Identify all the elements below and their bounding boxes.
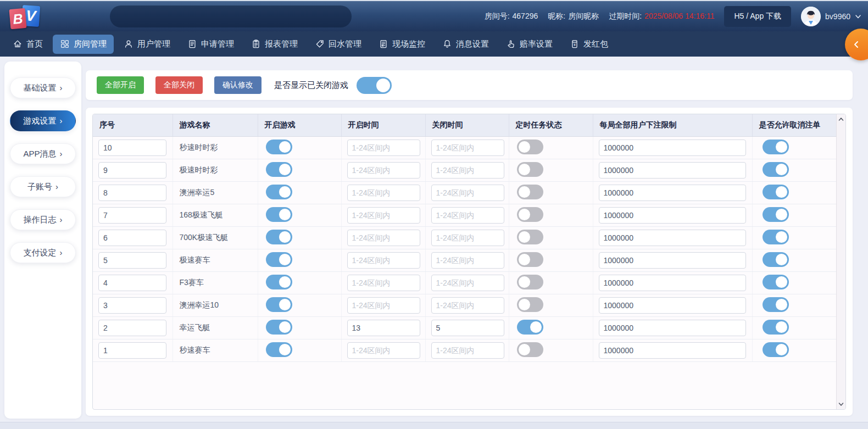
switch-knob bbox=[776, 344, 787, 355]
seq-input[interactable] bbox=[98, 207, 166, 224]
bet-limit-input[interactable] bbox=[599, 140, 746, 156]
open-time-input[interactable] bbox=[347, 230, 420, 246]
close-time-input[interactable] bbox=[431, 275, 504, 291]
sidebar-item-game-settings[interactable]: 游戏设置 › bbox=[10, 110, 76, 131]
scroll-down-icon[interactable] bbox=[838, 402, 844, 407]
open-time-input[interactable] bbox=[347, 207, 420, 224]
open-time-input[interactable] bbox=[347, 320, 420, 336]
open-time-input[interactable] bbox=[347, 297, 420, 314]
allow-cancel-switch[interactable] bbox=[763, 140, 789, 154]
open-all-button[interactable]: 全部开启 bbox=[97, 76, 144, 94]
close-time-input[interactable] bbox=[431, 297, 504, 314]
allow-cancel-switch[interactable] bbox=[763, 252, 789, 267]
bet-limit-input[interactable] bbox=[599, 275, 746, 291]
close-time-input[interactable] bbox=[431, 185, 504, 201]
game-name: 澳洲幸运5 bbox=[180, 188, 215, 197]
table-scrollbar[interactable] bbox=[836, 114, 845, 409]
seq-input[interactable] bbox=[98, 140, 166, 156]
open-game-switch[interactable] bbox=[266, 275, 292, 289]
open-game-switch[interactable] bbox=[266, 297, 292, 312]
seq-input[interactable] bbox=[98, 275, 166, 291]
bet-limit-input[interactable] bbox=[599, 207, 746, 224]
open-time-input[interactable] bbox=[347, 140, 420, 156]
open-game-switch[interactable] bbox=[266, 230, 292, 244]
open-game-switch[interactable] bbox=[266, 252, 292, 267]
open-game-switch[interactable] bbox=[266, 140, 292, 154]
close-time-input[interactable] bbox=[431, 140, 504, 156]
seq-input[interactable] bbox=[98, 297, 166, 314]
nav-item-user-management[interactable]: 用户管理 bbox=[116, 35, 177, 54]
timer-status-switch[interactable] bbox=[517, 140, 543, 154]
timer-status-switch[interactable] bbox=[517, 320, 543, 335]
column-header: 序号 bbox=[93, 114, 173, 136]
bet-limit-input[interactable] bbox=[599, 162, 746, 179]
sidebar-item-app-messages[interactable]: APP消息 › bbox=[10, 143, 76, 164]
open-time-input[interactable] bbox=[347, 252, 420, 269]
nav-item-room-management[interactable]: 房间管理 bbox=[53, 35, 114, 54]
bet-limit-input[interactable] bbox=[599, 297, 746, 314]
nav-item-report-management[interactable]: 报表管理 bbox=[244, 35, 305, 54]
h5-app-download-button[interactable]: H5 / App 下载 bbox=[724, 6, 791, 27]
allow-cancel-switch[interactable] bbox=[763, 230, 789, 244]
allow-cancel-switch[interactable] bbox=[763, 185, 789, 199]
close-time-input[interactable] bbox=[431, 162, 504, 179]
allow-cancel-switch[interactable] bbox=[763, 275, 789, 289]
open-time-input[interactable] bbox=[347, 185, 420, 201]
sidebar-item-sub-account[interactable]: 子账号 › bbox=[10, 176, 76, 197]
close-time-input[interactable] bbox=[431, 252, 504, 269]
user-menu[interactable]: bv9960 bbox=[801, 7, 861, 26]
nav-item-red-packet[interactable]: ¥ 发红包 bbox=[563, 35, 615, 54]
sidebar-item-operation-log[interactable]: 操作日志 › bbox=[10, 209, 76, 230]
open-game-switch[interactable] bbox=[266, 320, 292, 335]
sidebar-item-basic-settings[interactable]: 基础设置 › bbox=[10, 77, 76, 98]
scroll-up-icon[interactable] bbox=[838, 116, 844, 122]
close-time-input[interactable] bbox=[431, 342, 504, 359]
timer-status-switch[interactable] bbox=[517, 342, 543, 357]
nav-item-application-management[interactable]: 申请管理 bbox=[180, 35, 241, 54]
seq-input[interactable] bbox=[98, 320, 166, 336]
seq-input[interactable] bbox=[98, 252, 166, 269]
seq-input[interactable] bbox=[98, 162, 166, 179]
open-game-switch[interactable] bbox=[266, 342, 292, 357]
avatar[interactable] bbox=[801, 7, 821, 26]
allow-cancel-switch[interactable] bbox=[763, 207, 789, 222]
close-time-input[interactable] bbox=[431, 230, 504, 246]
open-time-input[interactable] bbox=[347, 275, 420, 291]
bet-limit-input[interactable] bbox=[599, 185, 746, 201]
open-time-input[interactable] bbox=[347, 162, 420, 179]
seq-input[interactable] bbox=[98, 342, 166, 359]
nav-item-home[interactable]: 首页 bbox=[5, 35, 50, 54]
timer-status-switch[interactable] bbox=[517, 297, 543, 312]
show-closed-games-switch[interactable] bbox=[357, 77, 392, 94]
allow-cancel-switch[interactable] bbox=[763, 162, 789, 177]
bet-limit-input[interactable] bbox=[599, 230, 746, 246]
collapse-sidebar-button[interactable] bbox=[845, 29, 868, 60]
timer-status-switch[interactable] bbox=[517, 185, 543, 199]
timer-status-switch[interactable] bbox=[517, 230, 543, 244]
open-time-input[interactable] bbox=[347, 342, 420, 359]
open-game-switch[interactable] bbox=[266, 185, 292, 199]
open-game-switch[interactable] bbox=[266, 207, 292, 222]
close-time-input[interactable] bbox=[431, 320, 504, 336]
allow-cancel-switch[interactable] bbox=[763, 297, 789, 312]
confirm-edit-button[interactable]: 确认修改 bbox=[214, 76, 261, 94]
bet-limit-input[interactable] bbox=[599, 342, 746, 359]
seq-input[interactable] bbox=[98, 185, 166, 201]
timer-status-switch[interactable] bbox=[517, 252, 543, 267]
nav-item-message-settings[interactable]: 消息设置 bbox=[435, 35, 496, 54]
close-all-button[interactable]: 全部关闭 bbox=[155, 76, 203, 94]
allow-cancel-switch[interactable] bbox=[763, 320, 789, 335]
allow-cancel-switch[interactable] bbox=[763, 342, 789, 357]
open-game-switch[interactable] bbox=[266, 162, 292, 177]
bet-limit-input[interactable] bbox=[599, 320, 746, 336]
seq-input[interactable] bbox=[98, 230, 166, 246]
nav-item-odds-settings[interactable]: 赔率设置 bbox=[499, 35, 560, 54]
timer-status-switch[interactable] bbox=[517, 207, 543, 222]
close-time-input[interactable] bbox=[431, 207, 504, 224]
nav-item-live-monitor[interactable]: 现场监控 bbox=[371, 35, 432, 54]
timer-status-switch[interactable] bbox=[517, 162, 543, 177]
nav-item-rebate-management[interactable]: 回水管理 bbox=[308, 35, 369, 54]
timer-status-switch[interactable] bbox=[517, 275, 543, 289]
bet-limit-input[interactable] bbox=[599, 252, 746, 269]
sidebar-item-payment-settings[interactable]: 支付设定 › bbox=[10, 242, 76, 263]
